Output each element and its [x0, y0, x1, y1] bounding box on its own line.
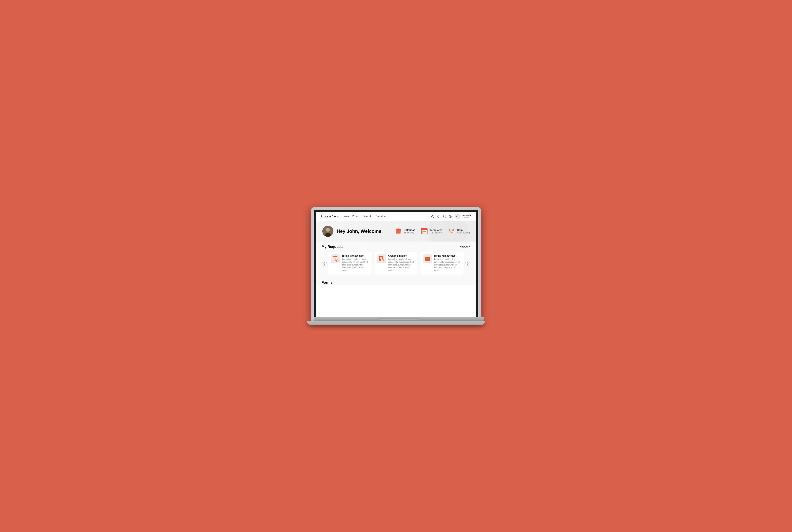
- hero-avatar: [323, 226, 333, 237]
- requests-section-header: My Requests View All »: [321, 245, 471, 249]
- svg-line-1: [433, 217, 434, 217]
- forms-section: Forms: [316, 278, 476, 285]
- requests-title: My Requests: [321, 245, 344, 249]
- templates-subtitle: Get inspired: [430, 231, 442, 234]
- users-icon[interactable]: [443, 215, 446, 218]
- user-info: Fullname Caption: [462, 214, 471, 218]
- logo-light: Clerk: [331, 215, 338, 218]
- hero-greeting: Hey John, Welcome.: [337, 228, 383, 234]
- hero-action-templates[interactable]: Templates Get inspired: [421, 228, 442, 235]
- request-card-2[interactable]: Creating Invoice Lorem ipsum dolor sit a…: [374, 252, 418, 274]
- templates-text: Templates Get inspired: [430, 228, 442, 234]
- hero-action-database[interactable]: Database See Cards: [394, 228, 415, 235]
- hero-action-help[interactable]: Help Ask Anything: [448, 228, 469, 235]
- card-title-3: Hiring Management: [434, 254, 461, 257]
- card-title-1: Hiring Management: [342, 254, 369, 257]
- svg-point-3: [445, 216, 445, 216]
- hero-section: Hey John, Welcome.: [316, 221, 476, 242]
- nav-link-contact[interactable]: Contact us: [375, 215, 386, 218]
- carousel-next-button[interactable]: ❯: [465, 261, 471, 266]
- svg-point-36: [425, 260, 426, 260]
- svg-point-35: [425, 259, 426, 259]
- navbar: ProcessClerk Home Portals Requests Conta…: [316, 212, 476, 221]
- cards-row: Hiring Management Lorem ipsum dolor sit …: [327, 252, 465, 274]
- database-title: Database: [404, 228, 415, 231]
- svg-point-0: [431, 215, 433, 217]
- nav-link-home[interactable]: Home: [343, 215, 349, 218]
- view-all-chevron: »: [469, 245, 471, 248]
- database-icon: [394, 228, 402, 235]
- logo-bold: Process: [321, 215, 331, 218]
- user-caption: Caption: [462, 217, 471, 218]
- help-people-icon: [448, 228, 455, 235]
- laptop-hinge: [379, 318, 419, 320]
- nav-logo: ProcessClerk: [321, 215, 338, 218]
- main-content: My Requests View All » ❮: [316, 242, 476, 278]
- card-body-2: Creating Invoice Lorem ipsum dolor sit a…: [388, 254, 415, 272]
- card-body-3: Hiring Management Lorem ipsum dolor sit …: [434, 254, 461, 272]
- forms-title: Forms: [321, 281, 471, 285]
- user-name: Fullname: [462, 214, 471, 217]
- hero-actions: Database See Cards: [394, 228, 469, 235]
- cards-wrapper: ❮: [321, 252, 471, 274]
- help-title: Help: [457, 228, 469, 231]
- request-card-1[interactable]: Hiring Management Lorem ipsum dolor sit …: [328, 252, 372, 274]
- card-title-2: Creating Invoice: [388, 254, 415, 257]
- search-icon[interactable]: [431, 215, 434, 218]
- database-subtitle: See Cards: [404, 231, 415, 234]
- card-icon-invoice: [377, 254, 386, 263]
- templates-title: Templates: [430, 228, 442, 231]
- card-desc-3: Lorem ipsum dolor sit amet, consectetur …: [434, 258, 461, 272]
- svg-point-34: [425, 258, 426, 258]
- svg-rect-18: [333, 256, 337, 258]
- card-desc-1: Lorem ipsum dolor sit amet, consectetur …: [342, 258, 369, 272]
- card-icon-hiring: [331, 254, 340, 263]
- help-icon[interactable]: [449, 215, 452, 218]
- svg-point-16: [452, 229, 454, 231]
- scene: ProcessClerk Home Portals Requests Conta…: [311, 207, 481, 325]
- svg-point-19: [334, 258, 335, 259]
- svg-point-2: [443, 216, 444, 217]
- hero-avatar-img: [323, 226, 333, 237]
- laptop-bottom: [314, 317, 484, 321]
- laptop-screen: ProcessClerk Home Portals Requests Conta…: [316, 212, 476, 317]
- svg-rect-11: [421, 228, 427, 230]
- user-avatar[interactable]: MJ: [455, 214, 460, 219]
- svg-point-7: [326, 228, 330, 232]
- card-body-1: Hiring Management Lorem ipsum dolor sit …: [342, 254, 369, 272]
- nav-right: MJ Fullname Caption: [431, 214, 471, 219]
- view-all-label: View All: [459, 245, 468, 248]
- svg-point-15: [449, 229, 451, 231]
- help-subtitle: Ask Anything: [457, 231, 469, 234]
- database-text: Database See Cards: [404, 228, 415, 234]
- view-all-button[interactable]: View All »: [459, 245, 471, 248]
- card-desc-2: Lorem ipsum dolor sit amet, consectetur …: [388, 258, 415, 272]
- svg-rect-14: [421, 230, 423, 234]
- notification-icon[interactable]: [437, 215, 440, 218]
- laptop-outer: ProcessClerk Home Portals Requests Conta…: [311, 207, 481, 321]
- laptop-base: [307, 321, 485, 325]
- nav-link-requests[interactable]: Requests: [363, 215, 372, 218]
- nav-link-portals[interactable]: Portals: [352, 215, 359, 218]
- templates-icon: [421, 228, 428, 235]
- request-card-3[interactable]: Hiring Management Lorem ipsum dolor sit …: [420, 252, 464, 274]
- hero-left: Hey John, Welcome.: [323, 226, 394, 237]
- carousel-prev-button[interactable]: ❮: [321, 261, 327, 266]
- laptop-bezel: ProcessClerk Home Portals Requests Conta…: [314, 210, 478, 317]
- help-text: Help Ask Anything: [457, 228, 469, 234]
- card-icon-hiring2: [423, 254, 432, 263]
- nav-links: Home Portals Requests Contact us: [343, 215, 431, 218]
